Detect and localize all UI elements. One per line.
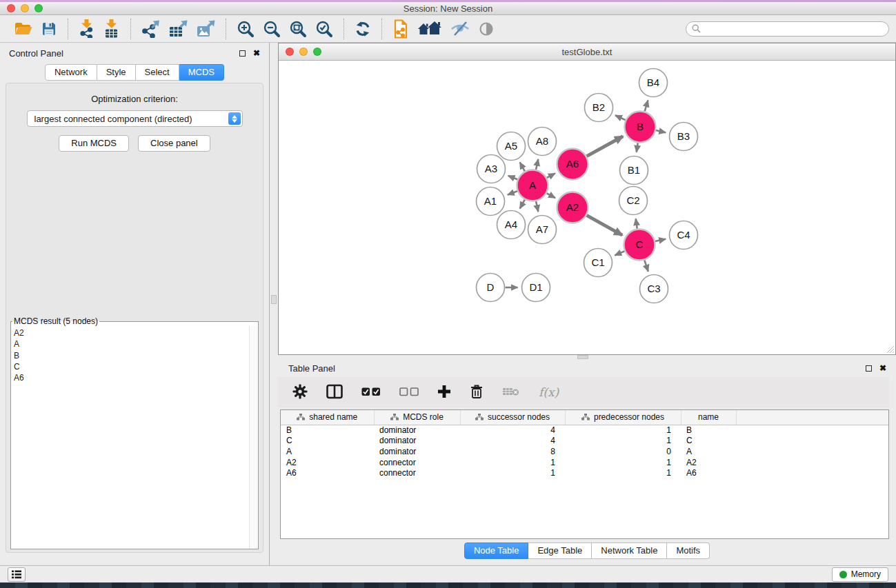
edge-A-A4[interactable]	[520, 200, 525, 209]
zoom-window-button[interactable]	[313, 48, 321, 56]
refresh-layout-button[interactable]	[350, 18, 375, 40]
node-C1[interactable]: C1	[584, 249, 613, 277]
edge-C-C4[interactable]	[655, 239, 666, 241]
node-C3[interactable]: C3	[640, 275, 668, 303]
search-box[interactable]	[686, 21, 889, 37]
node-B4[interactable]: B4	[639, 69, 668, 97]
eye-button[interactable]	[474, 18, 499, 40]
export-network-button[interactable]	[137, 18, 164, 40]
float-panel-icon[interactable]	[239, 50, 246, 57]
close-panel-button[interactable]: Close panel	[138, 135, 210, 152]
search-input[interactable]	[704, 24, 883, 34]
edge-A-A5[interactable]	[520, 162, 525, 171]
minimize-window-button[interactable]	[21, 4, 29, 12]
float-panel-icon[interactable]	[866, 365, 872, 372]
edge-C-C3[interactable]	[644, 260, 648, 271]
node-B2[interactable]: B2	[585, 94, 613, 122]
splitter-grip[interactable]	[271, 295, 277, 304]
zoom-out-button[interactable]	[259, 18, 285, 40]
node-D[interactable]: D	[477, 274, 505, 302]
edge-B-B4[interactable]	[645, 100, 648, 111]
zoom-fit-button[interactable]	[285, 18, 311, 40]
edge-A2-C[interactable]	[587, 215, 623, 235]
tab-mcds[interactable]: MCDS	[179, 64, 224, 81]
task-history-button[interactable]	[8, 567, 26, 582]
node-C2[interactable]: C2	[619, 187, 648, 215]
delete-column-button[interactable]	[470, 384, 484, 401]
criterion-dropdown[interactable]: largest connected component (directed)	[27, 110, 243, 127]
select-all-button[interactable]	[361, 387, 381, 398]
node-A1[interactable]: A1	[477, 187, 505, 216]
tab-select[interactable]: Select	[136, 64, 179, 81]
close-panel-icon[interactable]: ✖	[253, 49, 260, 57]
edge-A-A7[interactable]	[536, 201, 538, 212]
edge-A6-B[interactable]	[587, 136, 623, 156]
edge-C-C2[interactable]	[636, 219, 637, 228]
node-B1[interactable]: B1	[620, 156, 648, 185]
mcds-result-item[interactable]: B	[14, 350, 246, 361]
node-B[interactable]: B	[625, 112, 656, 143]
edge-A-A3[interactable]	[508, 176, 518, 179]
function-builder-button[interactable]: f(x)	[539, 385, 559, 399]
edge-B-B2[interactable]	[615, 115, 626, 120]
close-window-button[interactable]	[7, 4, 15, 12]
zoom-in-button[interactable]	[232, 18, 259, 40]
tab-network[interactable]: Network	[45, 64, 97, 81]
result-scrollbar[interactable]	[249, 326, 258, 549]
table-row[interactable]: A2connector11A2	[281, 457, 888, 468]
zoom-selected-button[interactable]	[311, 18, 337, 40]
edge-C-C1[interactable]	[615, 251, 624, 255]
table-row[interactable]: Bdominator41B	[281, 425, 888, 436]
tab-network-table[interactable]: Network Table	[592, 543, 667, 559]
edge-A-A6[interactable]	[547, 173, 555, 177]
node-A6[interactable]: A6	[557, 149, 588, 180]
column-header-predecessor-nodes[interactable]: predecessor nodes	[565, 410, 681, 425]
node-A3[interactable]: A3	[477, 155, 506, 183]
minimize-window-button[interactable]	[299, 48, 308, 56]
tab-edge-table[interactable]: Edge Table	[528, 543, 592, 559]
show-column-button[interactable]	[326, 384, 343, 401]
node-A2[interactable]: A2	[557, 192, 588, 223]
home-button[interactable]	[413, 18, 446, 40]
node-A4[interactable]: A4	[497, 211, 526, 239]
tab-node-table[interactable]: Node Table	[464, 543, 529, 559]
node-A5[interactable]: A5	[497, 132, 526, 161]
column-header-name[interactable]: name	[681, 410, 736, 425]
edge-A-A2[interactable]	[547, 193, 555, 198]
edge-B-B1[interactable]	[637, 143, 638, 152]
mcds-result-item[interactable]: A	[14, 338, 246, 349]
save-session-button[interactable]	[37, 18, 61, 40]
create-column-button[interactable]	[437, 385, 451, 401]
resize-grip-icon[interactable]	[886, 345, 895, 354]
import-network-button[interactable]	[74, 18, 99, 40]
export-table-button[interactable]	[164, 18, 192, 40]
export-image-button[interactable]	[192, 18, 219, 40]
edge-B-B3[interactable]	[656, 130, 666, 132]
open-session-button[interactable]	[10, 18, 37, 40]
edge-A-A8[interactable]	[536, 159, 538, 170]
column-header-shared-name[interactable]: shared name	[281, 410, 374, 425]
close-panel-icon[interactable]: ✖	[879, 364, 886, 372]
zoom-window-button[interactable]	[34, 4, 43, 12]
mcds-result-item[interactable]: C	[14, 361, 246, 372]
memory-button[interactable]: Memory	[832, 567, 888, 582]
column-header-successor-nodes[interactable]: successor nodes	[460, 410, 565, 425]
tab-motifs[interactable]: Motifs	[667, 543, 710, 559]
close-window-button[interactable]	[286, 48, 294, 56]
table-row[interactable]: Adominator80A	[281, 446, 888, 457]
deselect-all-button[interactable]	[399, 387, 419, 398]
edge-A-A1[interactable]	[508, 191, 517, 194]
mcds-result-item[interactable]: A6	[14, 372, 246, 383]
network-canvas[interactable]: B4B2BB3B1A5A8A6A3AA1C2A4A7A2CC4C1C3DD1	[279, 61, 895, 354]
node-A7[interactable]: A7	[528, 216, 557, 244]
delete-table-button[interactable]	[502, 386, 520, 399]
node-B3[interactable]: B3	[670, 123, 698, 151]
node-A[interactable]: A	[517, 170, 548, 201]
table-row[interactable]: Cdominator41C	[281, 436, 888, 447]
node-C4[interactable]: C4	[670, 221, 698, 250]
node-D1[interactable]: D1	[522, 274, 550, 302]
import-table-button[interactable]	[99, 18, 124, 40]
hide-eye-button[interactable]	[446, 18, 474, 40]
clone-network-button[interactable]	[388, 18, 413, 40]
mcds-result-item[interactable]: A2	[14, 327, 246, 338]
